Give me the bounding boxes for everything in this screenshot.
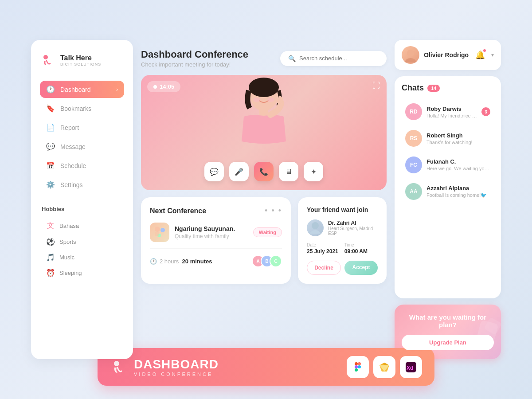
chat-item-robert[interactable]: RS Robert Singh Thank's for watching! bbox=[402, 125, 494, 151]
svg-rect-9 bbox=[155, 232, 159, 236]
report-icon: 📄 bbox=[46, 123, 55, 132]
svg-point-4 bbox=[253, 98, 260, 102]
logo-icon bbox=[40, 52, 56, 68]
next-conference-card: Next Conference • • • Ngar bbox=[141, 197, 291, 284]
svg-rect-18 bbox=[355, 368, 358, 372]
time-label: Time bbox=[344, 243, 368, 247]
sleeping-icon: ⏰ bbox=[46, 269, 55, 277]
sidebar-label-schedule: Schedule bbox=[60, 162, 86, 169]
chats-panel: Chats 14 RD Roby Darwis Holla! My friend… bbox=[395, 76, 501, 298]
doctor-info: Dr. Zahri Al Heart Surgeon, Madrid ESP bbox=[307, 219, 378, 236]
sidebar-label-report: Report bbox=[60, 124, 79, 131]
date-value: 25 July 2021 bbox=[307, 248, 338, 254]
user-header: Olivier Rodrigo 🔔 ▾ bbox=[395, 40, 501, 70]
right-panel: Olivier Rodrigo 🔔 ▾ Chats 14 RD Roby Dar… bbox=[395, 40, 501, 359]
date-group: Date 25 July 2021 bbox=[307, 243, 338, 254]
conference-item: Ngariung Sauyunan. Quality time with fam… bbox=[150, 223, 282, 242]
sidebar-item-message[interactable]: 💬 Message bbox=[40, 138, 124, 155]
chat-msg-roby: Holla! My friend,nice to... bbox=[426, 113, 477, 118]
chat-item-azzahri[interactable]: AA Azzahri Alpiana Football is coming ho… bbox=[402, 179, 494, 204]
header-left: Dashboard Conference Check important mee… bbox=[141, 49, 248, 68]
chevron-down-icon[interactable]: ▾ bbox=[491, 52, 494, 58]
conference-footer: 🕐 2 hours 20 minutes A B C bbox=[150, 255, 282, 267]
svg-text:Xd: Xd bbox=[407, 365, 413, 371]
banner-logo-icon bbox=[110, 358, 128, 376]
chat-info-azzahri: Azzahri Alpiana Football is coming home!… bbox=[426, 185, 490, 198]
header: Dashboard Conference Check important mee… bbox=[141, 40, 387, 68]
upgrade-button[interactable]: Upgrade Plan bbox=[402, 335, 494, 350]
bottom-row: Next Conference • • • Ngar bbox=[141, 197, 387, 284]
chat-msg-fulanah: Here we go. We waiting you😊 bbox=[426, 166, 490, 172]
sidebar-label-dashboard: Dashboard bbox=[60, 86, 91, 93]
accept-button[interactable]: Accept bbox=[344, 261, 378, 275]
app-name: Talk Here bbox=[60, 54, 101, 62]
page-title: Dashboard Conference bbox=[141, 49, 248, 60]
page-subtitle: Check important meeting for today! bbox=[141, 61, 248, 68]
user-name: Olivier Rodrigo bbox=[424, 51, 471, 59]
chat-item-roby[interactable]: RD Roby Darwis Holla! My friend,nice to.… bbox=[402, 99, 494, 125]
sidebar-label-message: Message bbox=[60, 143, 86, 150]
sidebar-label-bookmarks: Bookmarks bbox=[60, 105, 91, 112]
hobby-label-sleeping: Sleeping bbox=[59, 270, 82, 276]
hobby-label-music: Music bbox=[59, 254, 74, 261]
conference-info: Ngariung Sauyunan. Quality time with fam… bbox=[175, 225, 248, 239]
end-call-btn[interactable]: 📞 bbox=[254, 162, 274, 181]
more-options-btn[interactable]: • • • bbox=[265, 206, 282, 215]
time-value: 09:00 AM bbox=[344, 248, 368, 254]
notification-badge bbox=[482, 48, 487, 53]
decline-button[interactable]: Decline bbox=[307, 261, 341, 275]
chat-name-roby: Roby Darwis bbox=[426, 106, 477, 112]
banner-brand: DASHBOARD VIDEO CONFERENCE bbox=[110, 357, 219, 377]
chat-list: RD Roby Darwis Holla! My friend,nice to.… bbox=[402, 99, 494, 204]
effects-btn[interactable]: ✦ bbox=[304, 162, 323, 181]
banner-title: DASHBOARD bbox=[134, 357, 219, 372]
settings-icon: ⚙️ bbox=[46, 180, 55, 189]
nav-menu: 🕐 Dashboard › 🔖 Bookmarks 📄 Report 💬 Mes… bbox=[40, 81, 124, 193]
chat-info-roby: Roby Darwis Holla! My friend,nice to... bbox=[426, 106, 477, 118]
svg-rect-16 bbox=[358, 362, 361, 365]
sidebar-item-report[interactable]: 📄 Report bbox=[40, 119, 124, 136]
conference-status: Waiting bbox=[253, 227, 282, 237]
doctor-name: Dr. Zahri Al bbox=[328, 220, 378, 226]
search-input[interactable] bbox=[299, 55, 379, 62]
hobby-music[interactable]: 🎵 Music bbox=[40, 250, 124, 265]
chat-info-robert: Robert Singh Thank's for watching! bbox=[426, 132, 490, 145]
chat-item-fulanah[interactable]: FC Fulanah C. Here we go. We waiting you… bbox=[402, 152, 494, 178]
chat-avatar-fulanah: FC bbox=[405, 156, 422, 173]
main-content: Dashboard Conference Check important mee… bbox=[133, 40, 395, 359]
hobby-sports[interactable]: ⚽ Sports bbox=[40, 234, 124, 250]
logo-area: Talk Here BICIT SOLUTIONS bbox=[40, 52, 124, 68]
chat-btn[interactable]: 💬 bbox=[204, 162, 224, 181]
date-label: Date bbox=[307, 243, 338, 247]
hobby-sleeping[interactable]: ⏰ Sleeping bbox=[40, 265, 124, 281]
adobe-xd-icon[interactable]: Xd bbox=[400, 356, 422, 378]
duration-text: 2 hours 20 minutes bbox=[160, 258, 212, 265]
hobby-label-sports: Sports bbox=[59, 239, 76, 245]
figma-icon[interactable] bbox=[347, 356, 369, 378]
sidebar-item-schedule[interactable]: 📅 Schedule bbox=[40, 157, 124, 174]
participant-3: C bbox=[270, 255, 282, 267]
search-icon: 🔍 bbox=[288, 55, 296, 62]
svg-point-11 bbox=[407, 50, 414, 57]
upgrade-text: What are you waiting for plan? bbox=[402, 313, 494, 329]
sports-icon: ⚽ bbox=[46, 238, 55, 246]
chat-msg-robert: Thank's for watching! bbox=[426, 140, 490, 145]
user-avatar bbox=[402, 46, 419, 64]
notification-icon[interactable]: 🔔 bbox=[475, 50, 485, 60]
sidebar-item-settings[interactable]: ⚙️ Settings bbox=[40, 176, 124, 193]
mic-btn[interactable]: 🎤 bbox=[229, 162, 249, 181]
screen-share-btn[interactable]: 🖥 bbox=[279, 162, 298, 181]
sidebar-item-dashboard[interactable]: 🕐 Dashboard › bbox=[40, 81, 124, 98]
conference-desc: Quality time with family bbox=[175, 233, 248, 239]
dashboard-icon: 🕐 bbox=[46, 85, 55, 94]
sidebar-label-settings: Settings bbox=[60, 181, 83, 188]
bookmarks-icon: 🔖 bbox=[46, 104, 55, 113]
sidebar-item-bookmarks[interactable]: 🔖 Bookmarks bbox=[40, 100, 124, 117]
hobby-bahasa[interactable]: 文 Bahasa bbox=[40, 218, 124, 234]
chats-header: Chats 14 bbox=[402, 83, 494, 93]
svg-point-2 bbox=[249, 78, 279, 97]
sketch-icon[interactable] bbox=[373, 356, 395, 378]
time-group: Time 09:00 AM bbox=[344, 243, 368, 254]
chat-name-azzahri: Azzahri Alpiana bbox=[426, 185, 490, 192]
join-buttons: Decline Accept bbox=[307, 261, 378, 275]
